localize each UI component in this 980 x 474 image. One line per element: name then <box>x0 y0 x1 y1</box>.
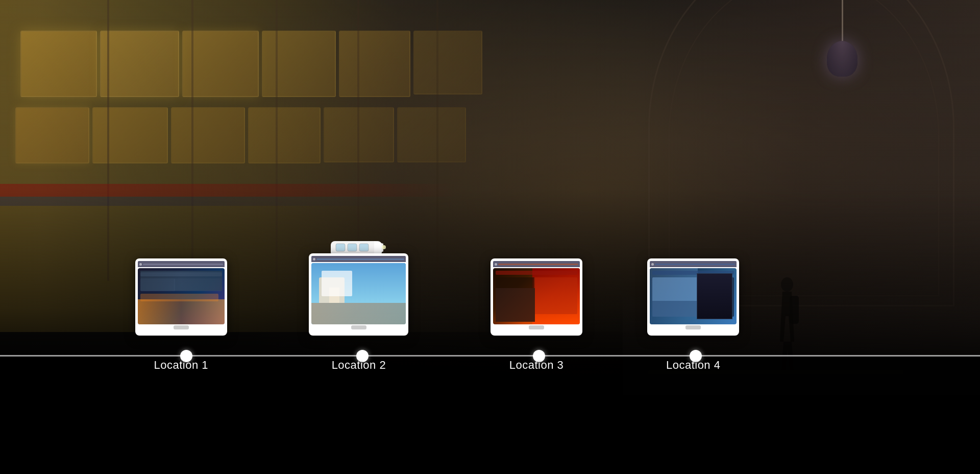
location-label-3: Location 3 <box>509 359 564 372</box>
background <box>0 0 980 474</box>
location-item-3[interactable]: Location 3 <box>491 258 582 372</box>
screen-header-3 <box>493 261 580 267</box>
screen-card-4 <box>647 258 739 336</box>
svg-rect-3 <box>336 244 345 251</box>
header-dot <box>651 263 654 266</box>
location-label-2: Location 2 <box>332 359 386 372</box>
screen-header-4 <box>650 261 737 267</box>
header-dot <box>139 263 142 266</box>
location-label-4: Location 4 <box>666 359 721 372</box>
screen-header-1 <box>138 261 225 267</box>
screen-base-2 <box>351 325 366 329</box>
screen-card-1 <box>135 258 227 336</box>
header-dot <box>495 263 497 266</box>
location-item-1[interactable]: Location 1 <box>135 258 227 372</box>
screen-display-3 <box>493 268 580 324</box>
screen-header-2 <box>311 256 406 262</box>
screen-display-1 <box>138 268 225 324</box>
location-item-2[interactable]: Location 2 <box>309 253 408 372</box>
svg-rect-5 <box>359 244 369 251</box>
screen-base-3 <box>529 325 544 329</box>
bottom-strip <box>0 357 980 474</box>
screen-base-1 <box>174 325 189 329</box>
screen-card-3 <box>491 258 582 336</box>
main-scene: Location 1 <box>0 0 980 474</box>
svg-rect-4 <box>348 244 357 251</box>
location-label-1: Location 1 <box>154 359 209 372</box>
header-dot <box>313 258 315 260</box>
location-item-4[interactable]: Location 4 <box>647 258 739 372</box>
screen-display-2 <box>311 263 406 324</box>
screen-display-4 <box>650 268 737 324</box>
screen-card-2 <box>309 253 408 336</box>
svg-point-11 <box>382 245 386 249</box>
screen-base-4 <box>685 325 701 329</box>
